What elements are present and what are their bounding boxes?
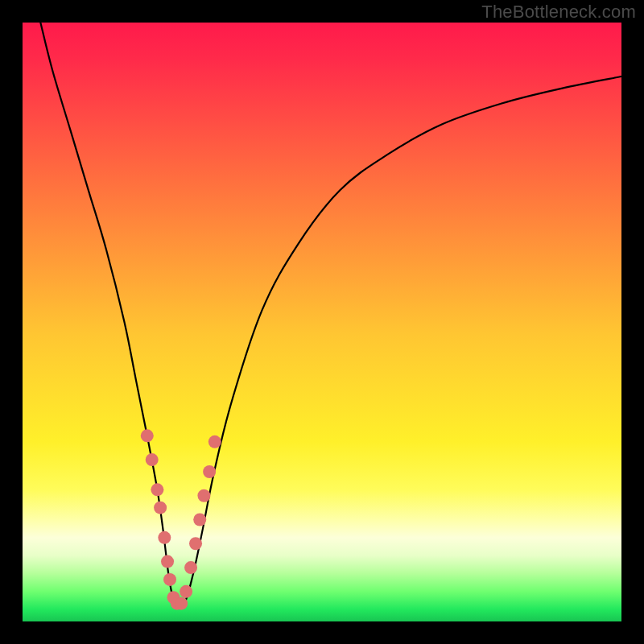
data-point: [189, 537, 202, 550]
data-point: [158, 531, 171, 544]
data-markers: [141, 429, 221, 609]
data-point: [208, 436, 221, 448]
plot-area: [23, 23, 621, 621]
chart-svg: [23, 23, 621, 621]
frame-left: [0, 0, 23, 644]
data-point: [151, 483, 163, 496]
data-point: [146, 453, 159, 466]
data-point: [175, 597, 188, 610]
data-point: [180, 585, 192, 598]
data-point: [163, 573, 176, 586]
data-point: [203, 465, 216, 478]
frame-right: [621, 0, 644, 644]
data-point: [197, 489, 210, 502]
bottleneck-curve: [40, 23, 621, 607]
data-point: [154, 502, 167, 514]
data-point: [161, 555, 174, 568]
data-point: [184, 561, 197, 574]
data-point: [193, 514, 206, 526]
frame-bottom: [0, 621, 644, 644]
watermark-text: TheBottleneck.com: [481, 2, 636, 23]
data-point: [141, 429, 154, 442]
